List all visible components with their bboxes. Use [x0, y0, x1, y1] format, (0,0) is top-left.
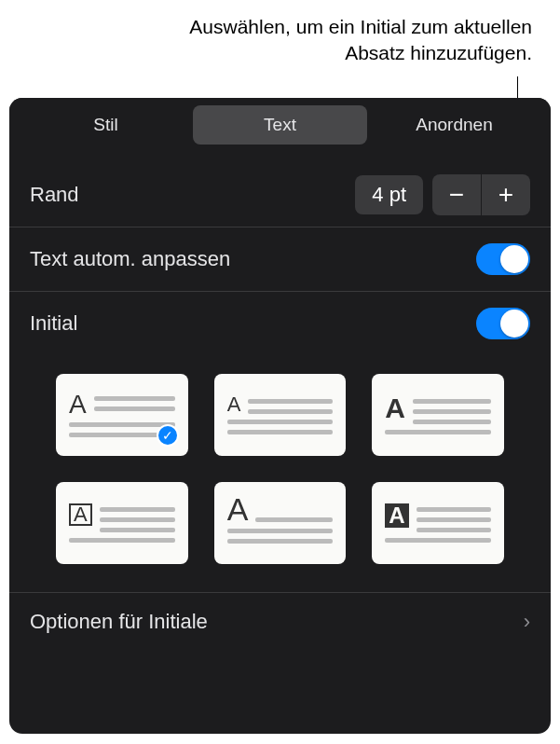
dropcap-glyph: A — [227, 495, 249, 524]
initial-label: Initial — [30, 311, 77, 336]
dropcap-options-row[interactable]: Optionen für Initiale › — [9, 592, 551, 650]
rand-stepper: − + — [432, 174, 530, 215]
toggle-knob — [500, 245, 528, 273]
callout-text: Auswählen, um ein Initial zum aktuellen … — [141, 14, 532, 67]
dropcap-style-6[interactable]: A — [372, 482, 504, 564]
dropcap-glyph: A — [69, 393, 87, 416]
dropcap-style-2[interactable]: A — [214, 374, 347, 456]
chevron-right-icon: › — [524, 610, 530, 634]
tab-text[interactable]: Text — [193, 105, 367, 145]
minus-button[interactable]: − — [432, 174, 481, 215]
rand-label: Rand — [30, 183, 79, 207]
dropcap-glyph: A — [227, 395, 241, 414]
tab-arrange[interactable]: Anordnen — [367, 105, 541, 145]
dropcap-style-4[interactable]: A — [56, 482, 188, 564]
rand-value[interactable]: 4 pt — [355, 175, 423, 214]
plus-button[interactable]: + — [482, 174, 530, 215]
autofit-toggle[interactable] — [476, 243, 530, 275]
dropcap-glyph: A — [385, 395, 405, 420]
dropcap-style-3[interactable]: A — [372, 374, 504, 456]
dropcap-glyph: A — [385, 503, 408, 528]
format-panel: Stil Text Anordnen Rand 4 pt − + Text au… — [9, 98, 551, 734]
options-label: Optionen für Initiale — [30, 610, 208, 634]
dropcap-styles-grid: A ✓ A — [30, 355, 530, 592]
rand-controls: 4 pt − + — [355, 174, 530, 215]
dropcap-glyph: A — [69, 503, 92, 526]
initial-toggle[interactable] — [476, 308, 530, 339]
check-icon: ✓ — [157, 424, 179, 447]
dropcap-style-1[interactable]: A ✓ — [56, 374, 188, 456]
dropcap-style-5[interactable]: A — [214, 482, 347, 564]
autofit-label: Text autom. anpassen — [30, 247, 230, 271]
toggle-knob — [500, 310, 528, 338]
initial-row: Initial — [30, 292, 530, 355]
rand-row: Rand 4 pt − + — [30, 163, 530, 227]
tab-style[interactable]: Stil — [19, 105, 193, 145]
autofit-row: Text autom. anpassen — [30, 227, 530, 291]
tab-bar: Stil Text Anordnen — [9, 98, 551, 145]
